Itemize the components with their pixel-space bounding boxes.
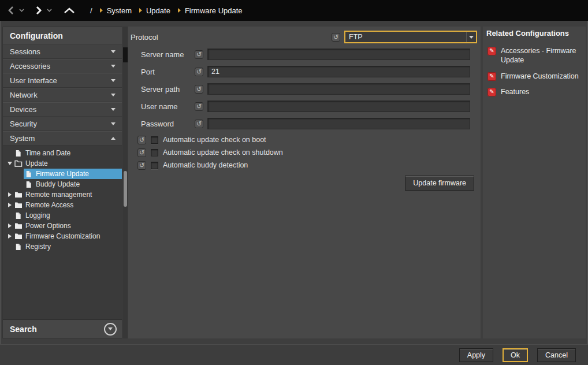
- inherit-icon[interactable]: [195, 68, 203, 76]
- checkbox-label: Automatic update check on shutdown: [163, 148, 283, 157]
- chevron-down-icon: [469, 36, 474, 39]
- expander-collapsed-icon[interactable]: [8, 192, 12, 197]
- search-expand-button[interactable]: [104, 323, 117, 336]
- category-label: Accessories: [10, 62, 111, 70]
- chevron-down-icon: [111, 65, 116, 68]
- inherit-icon[interactable]: [195, 102, 203, 111]
- apply-button[interactable]: Apply: [459, 348, 493, 362]
- update-firmware-button[interactable]: Update firmware: [405, 176, 474, 191]
- password-input[interactable]: [207, 118, 470, 129]
- tree-item-label: Firmware Update: [36, 170, 89, 178]
- tree-item-firmware-update[interactable]: Firmware Update: [3, 169, 122, 179]
- tree-item-label: Buddy Update: [36, 180, 80, 188]
- inherit-icon[interactable]: [137, 136, 146, 144]
- update-check-on-shutdown-checkbox[interactable]: [151, 149, 158, 157]
- tree-item-logging[interactable]: Logging: [3, 210, 122, 221]
- firmware-update-panel: Protocol FTP Server name Port Server pat…: [128, 27, 481, 338]
- tree-item-remote-access[interactable]: Remote Access: [3, 200, 122, 210]
- tree-item-remote-management[interactable]: Remote management: [3, 189, 122, 200]
- breadcrumb-arrow-icon: [139, 8, 142, 13]
- folder-icon: [14, 222, 23, 229]
- related-item-accessories-firmware-update[interactable]: Accessories - Firmware Update: [486, 46, 583, 65]
- sidebar-scrollbar: [123, 27, 128, 338]
- scrollbar-thumb[interactable]: [124, 171, 127, 207]
- server-path-input[interactable]: [207, 83, 470, 95]
- chevron-down-icon: [111, 94, 116, 96]
- chevron-up-icon: [111, 137, 116, 140]
- user-name-row: User name: [141, 100, 470, 112]
- tree-item-update[interactable]: Update: [3, 158, 122, 169]
- ok-button[interactable]: Ok: [503, 348, 528, 362]
- inherit-icon[interactable]: [137, 148, 146, 157]
- buddy-detection-checkbox[interactable]: [151, 162, 158, 169]
- sidebar-item-network[interactable]: Network: [3, 88, 122, 102]
- breadcrumb-item-firmware-update[interactable]: Firmware Update: [178, 6, 243, 15]
- file-icon: [14, 243, 23, 251]
- breadcrumb-root[interactable]: /: [90, 6, 92, 15]
- tree-item-label: Logging: [25, 211, 50, 219]
- back-button[interactable]: [6, 5, 16, 16]
- tree-item-label: Registry: [25, 243, 51, 251]
- edit-icon: [487, 88, 496, 96]
- panel-collapse-handle[interactable]: [123, 47, 128, 62]
- sidebar-item-security[interactable]: Security: [3, 117, 122, 131]
- protocol-label: Protocol: [131, 33, 158, 42]
- navigation-bar: / System Update Firmware Update: [0, 0, 588, 21]
- related-item-firmware-customization[interactable]: Firmware Customization: [486, 72, 583, 81]
- expander-collapsed-icon[interactable]: [8, 203, 12, 207]
- tree-item-firmware-customization[interactable]: Firmware Customization: [3, 231, 122, 241]
- breadcrumb-item-update[interactable]: Update: [139, 6, 170, 15]
- chevron-down-icon: [111, 122, 116, 125]
- category-label: Network: [10, 91, 111, 99]
- tree-item-label: Power Options: [25, 222, 71, 230]
- breadcrumb-arrow-icon: [178, 8, 181, 13]
- tree-item-time-and-date[interactable]: Time and Date: [3, 148, 122, 158]
- search-label: Search: [10, 325, 104, 334]
- sidebar-item-sessions[interactable]: Sessions: [3, 44, 122, 59]
- port-row: Port: [141, 66, 470, 77]
- sidebar-item-user-interface[interactable]: User Interface: [3, 73, 122, 88]
- related-item-label: Accessories - Firmware Update: [501, 46, 583, 65]
- breadcrumb-item-system[interactable]: System: [100, 6, 132, 15]
- forward-history-caret[interactable]: [46, 8, 53, 13]
- server-name-input[interactable]: [207, 49, 470, 60]
- server-name-label: Server name: [141, 50, 195, 59]
- category-label: System: [10, 134, 111, 143]
- inherit-icon[interactable]: [137, 161, 146, 170]
- breadcrumb-label: System: [107, 6, 132, 15]
- folder-open-icon: [14, 160, 23, 167]
- inherit-icon[interactable]: [332, 33, 340, 42]
- tree-item-registry[interactable]: Registry: [3, 241, 122, 252]
- tree-item-power-options[interactable]: Power Options: [3, 221, 122, 231]
- inherit-icon[interactable]: [195, 85, 203, 94]
- tree-item-label: Firmware Customization: [25, 232, 100, 240]
- tree-item-buddy-update[interactable]: Buddy Update: [3, 179, 122, 189]
- forward-button[interactable]: [34, 5, 44, 16]
- checkbox-label: Automatic update check on boot: [163, 136, 266, 144]
- file-icon: [25, 181, 34, 188]
- related-item-label: Firmware Customization: [501, 72, 579, 81]
- sidebar-item-accessories[interactable]: Accessories: [3, 59, 122, 73]
- protocol-dropdown-value: FTP: [345, 33, 466, 41]
- cancel-button[interactable]: Cancel: [537, 348, 576, 362]
- update-check-on-boot-checkbox[interactable]: [151, 136, 158, 144]
- related-item-features[interactable]: Features: [486, 87, 583, 96]
- expander-collapsed-icon[interactable]: [8, 224, 12, 228]
- expander-collapsed-icon[interactable]: [8, 234, 12, 239]
- back-history-caret[interactable]: [18, 8, 25, 13]
- expander-expanded-icon[interactable]: [8, 162, 12, 165]
- breadcrumb-label: Update: [146, 6, 170, 15]
- tree-item-label: Time and Date: [25, 149, 70, 157]
- inherit-icon[interactable]: [195, 50, 203, 59]
- port-input[interactable]: [207, 66, 470, 77]
- tree-item-label: Remote management: [25, 191, 92, 199]
- sidebar-item-devices[interactable]: Devices: [3, 102, 122, 117]
- folder-icon: [14, 191, 23, 198]
- user-name-input[interactable]: [207, 100, 470, 112]
- search-section: Search: [3, 319, 122, 338]
- sidebar-item-system[interactable]: System: [3, 131, 122, 146]
- up-level-button[interactable]: [62, 6, 76, 15]
- protocol-dropdown[interactable]: FTP: [344, 31, 477, 43]
- inherit-icon[interactable]: [195, 120, 203, 128]
- dropdown-arrow-button[interactable]: [466, 32, 476, 42]
